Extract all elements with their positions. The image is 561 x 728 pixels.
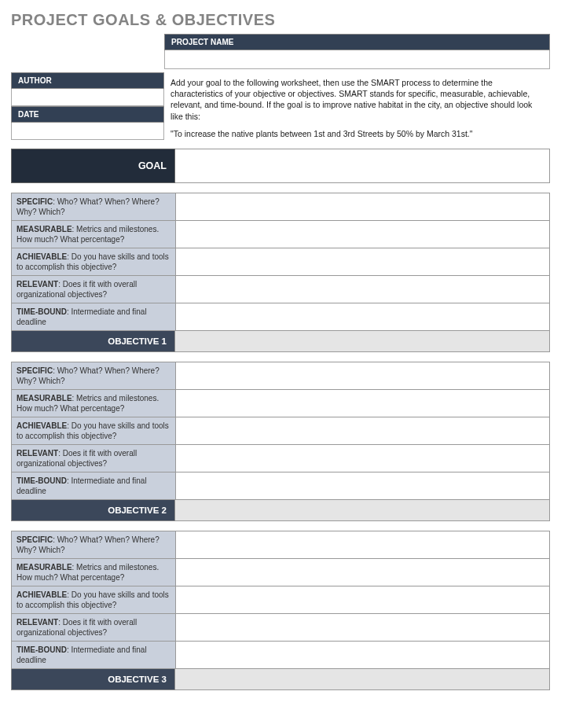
objective-1-specific-field[interactable] [176, 193, 550, 220]
objective-1-relevant-field[interactable] [176, 275, 550, 303]
criteria-measurable: MEASURABLE: Metrics and milestones. How … [12, 220, 176, 248]
page-title: PROJECT GOALS & OBJECTIVES [11, 11, 550, 29]
goal-label: GOAL [11, 149, 175, 183]
objective-3-relevant-field[interactable] [176, 613, 550, 641]
criteria-time-bound: TIME-BOUND: Intermediate and final deadl… [12, 303, 176, 330]
objective-1-field[interactable] [175, 331, 550, 352]
criteria-measurable: MEASURABLE: Metrics and milestones. How … [12, 558, 176, 586]
objective-3-achievable-field[interactable] [176, 586, 550, 613]
objective-3-specific-field[interactable] [176, 531, 550, 558]
criteria-relevant: RELEVANT: Does it fit with overall organ… [12, 275, 176, 303]
date-label: DATE [11, 106, 164, 123]
criteria-specific: SPECIFIC: Who? What? When? Where? Why? W… [12, 362, 176, 389]
criteria-relevant: RELEVANT: Does it fit with overall organ… [12, 444, 176, 472]
criteria-achievable: ACHIEVABLE: Do you have skills and tools… [12, 586, 176, 613]
objective-2-measurable-field[interactable] [176, 389, 550, 417]
objective-1-measurable-field[interactable] [176, 220, 550, 248]
objective-2-specific-field[interactable] [176, 362, 550, 389]
project-name-label: PROJECT NAME [164, 34, 550, 50]
objective-3-time-bound-field[interactable] [176, 641, 550, 668]
criteria-time-bound: TIME-BOUND: Intermediate and final deadl… [12, 472, 176, 499]
objective-3-field[interactable] [175, 669, 550, 690]
objective-2-label: OBJECTIVE 2 [11, 500, 175, 521]
criteria-specific: SPECIFIC: Who? What? When? Where? Why? W… [12, 193, 176, 220]
objective-2-relevant-field[interactable] [176, 444, 550, 472]
date-field[interactable] [11, 123, 164, 140]
objective-3-label: OBJECTIVE 3 [11, 669, 175, 690]
objective-1-achievable-field[interactable] [176, 248, 550, 275]
objective-2-time-bound-field[interactable] [176, 472, 550, 499]
objective-2-achievable-field[interactable] [176, 417, 550, 444]
author-field[interactable] [11, 89, 164, 106]
instructions-example: "To increase the native plants between 1… [170, 128, 544, 139]
objective-1-label: OBJECTIVE 1 [11, 331, 175, 352]
criteria-achievable: ACHIEVABLE: Do you have skills and tools… [12, 417, 176, 444]
criteria-achievable: ACHIEVABLE: Do you have skills and tools… [12, 248, 176, 275]
instructions-body: Add your goal to the following worksheet… [170, 77, 544, 122]
objective-3-measurable-field[interactable] [176, 558, 550, 586]
objective-1-time-bound-field[interactable] [176, 303, 550, 330]
criteria-relevant: RELEVANT: Does it fit with overall organ… [12, 613, 176, 641]
instructions-text: Add your goal to the following worksheet… [164, 72, 550, 142]
author-label: AUTHOR [11, 72, 164, 89]
criteria-measurable: MEASURABLE: Metrics and milestones. How … [12, 389, 176, 417]
criteria-specific: SPECIFIC: Who? What? When? Where? Why? W… [12, 531, 176, 558]
criteria-time-bound: TIME-BOUND: Intermediate and final deadl… [12, 641, 176, 668]
objective-2-field[interactable] [175, 500, 550, 521]
project-name-field[interactable] [164, 50, 550, 69]
goal-field[interactable] [175, 149, 550, 183]
